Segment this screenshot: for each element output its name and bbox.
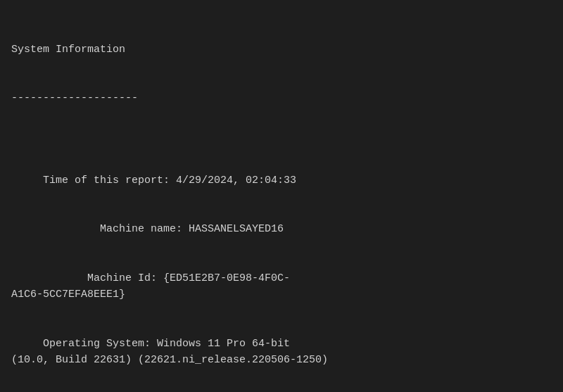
os-line: Operating System: Windows 11 Pro 64-bit … [11, 336, 552, 369]
report-time-line: Time of this report: 4/29/2024, 02:04:33 [11, 172, 552, 189]
section-title: System Information [11, 42, 552, 58]
machine-id-line: Machine Id: {ED51E2B7-0E98-4F0C- A1C6-5C… [11, 270, 552, 303]
terminal-output: System Information -------------------- … [11, 8, 552, 392]
machine-name-line: Machine name: HASSANELSAYED16 [11, 221, 552, 237]
section-divider: -------------------- [11, 90, 552, 106]
